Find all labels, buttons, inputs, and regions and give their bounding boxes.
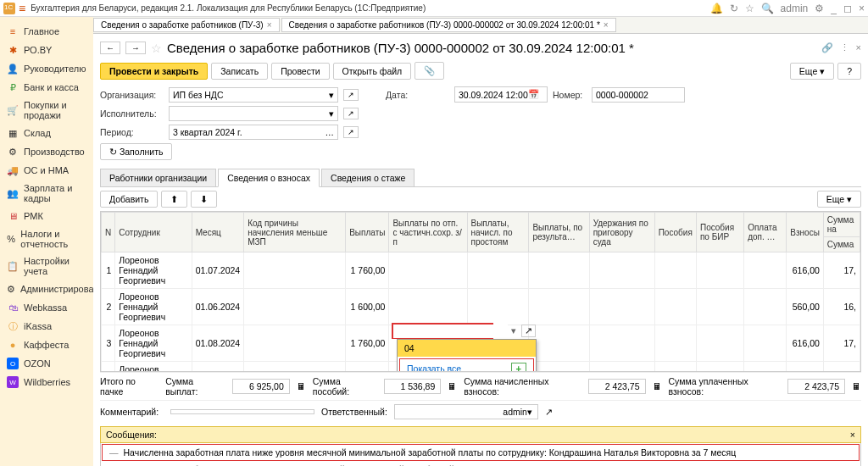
sidebar-item[interactable]: OOZON [0, 354, 93, 373]
open-ref-button[interactable]: ↗ [545, 407, 553, 417]
add-new-button[interactable]: + [511, 363, 526, 372]
help-button[interactable]: ? [837, 63, 861, 80]
table-row[interactable]: 2Лореонов Геннадий Георгиевич01.06.20241… [102, 289, 860, 325]
sidebar-item[interactable]: WWildberries [0, 373, 93, 391]
table-row[interactable]: 1Лореонов Геннадий Георгиевич01.07.20241… [102, 252, 860, 289]
col-vzn[interactable]: Взносы [787, 213, 824, 252]
minimize-icon[interactable]: _ [831, 3, 837, 14]
number-field[interactable]: 0000-000002 [592, 87, 685, 103]
sum-upl-field[interactable]: 2 423,75 [787, 379, 845, 394]
sidebar-item[interactable]: ✱РО.BY [0, 41, 93, 59]
dropdown-icon[interactable]: ▾ [508, 325, 520, 336]
close-doc-icon[interactable]: × [856, 42, 861, 53]
calc-icon[interactable]: 🖩 [297, 381, 306, 391]
tab-contributions[interactable]: Сведения о взносах [218, 169, 320, 187]
attach-button[interactable]: 📎 [415, 62, 444, 80]
tab-stazh[interactable]: Сведения о стаже [321, 169, 415, 186]
open-ref-icon[interactable]: ↗ [521, 325, 536, 337]
post-and-close-button[interactable]: Провести и закрыть [100, 63, 208, 80]
exec-field[interactable]: ▾ [169, 106, 338, 121]
data-table[interactable]: N Сотрудник Месяц Код причины начисления… [100, 211, 861, 372]
col-uder[interactable]: Удержания по приговору суда [589, 213, 654, 252]
sidebar-item[interactable]: %Налоги и отчетность [0, 225, 93, 252]
open-ref-button[interactable]: ↗ [343, 126, 359, 138]
tab-employees[interactable]: Работники организации [100, 169, 216, 186]
sidebar-item[interactable]: 🛒Покупки и продажи [0, 97, 93, 124]
sidebar-item[interactable]: ●Каффеста [0, 336, 93, 354]
settings-icon[interactable]: ⚙ [815, 3, 824, 14]
col-month[interactable]: Месяц [192, 213, 244, 252]
maximize-icon[interactable]: ◻ [843, 3, 852, 14]
comment-field[interactable] [170, 409, 314, 414]
col-posob[interactable]: Пособия [654, 213, 696, 252]
calc-icon[interactable]: 🖩 [852, 381, 861, 391]
period-field[interactable]: 3 квартал 2024 г.… [169, 125, 338, 140]
sidebar-item[interactable]: 🛍Webkassa [0, 298, 93, 317]
col-n[interactable]: N [102, 213, 115, 252]
sidebar-item[interactable]: ⚙Производство [0, 142, 93, 161]
col-posob-bir[interactable]: Пособия по БИР [696, 213, 743, 252]
history-icon[interactable]: ↻ [730, 3, 738, 14]
link-icon[interactable]: 🔗 [821, 42, 833, 53]
sidebar-item[interactable]: 👤Руководителю [0, 59, 93, 78]
forward-button[interactable]: → [125, 42, 146, 54]
open-ref-button[interactable]: ↗ [343, 108, 359, 119]
sidebar-item[interactable]: ▦Склад [0, 124, 93, 142]
favorite-icon[interactable]: ☆ [151, 42, 162, 55]
sum-posob-field[interactable]: 1 536,89 [384, 379, 442, 394]
tab-document[interactable]: Сведения о заработке работников (ПУ-3) 0… [281, 18, 616, 32]
col-reason[interactable]: Код причины начисления меньше МЗП [244, 213, 346, 252]
sidebar-item[interactable]: 👥Зарплата и кадры [0, 180, 93, 207]
dropdown-option[interactable]: 04 [398, 340, 536, 357]
open-ref-button[interactable]: ↗ [343, 89, 359, 101]
col-sum-na[interactable]: Сумма на [823, 213, 860, 237]
col-sum[interactable]: Сумма [823, 237, 860, 252]
user-label[interactable]: admin [781, 3, 809, 14]
resp-field[interactable]: admin▾ [394, 404, 538, 419]
reason-input[interactable] [393, 325, 508, 338]
tab-close-icon[interactable]: × [604, 20, 609, 30]
message-item[interactable]: —Начисленна заработная плата ниже уровня… [101, 462, 860, 466]
message-item[interactable]: —Начисленна заработная плата ниже уровня… [102, 444, 860, 461]
search-icon[interactable]: 🔍 [761, 3, 774, 14]
tab-list[interactable]: Сведения о заработке работников (ПУ-3)× [93, 18, 280, 32]
table-more-button[interactable]: Еще ▾ [817, 191, 861, 208]
col-pay[interactable]: Выплаты [346, 213, 389, 252]
col-employee[interactable]: Сотрудник [115, 213, 192, 252]
kebab-icon[interactable]: ⋮ [840, 42, 849, 53]
tab-close-icon[interactable]: × [267, 20, 272, 30]
sum-nach-field[interactable]: 2 423,75 [588, 379, 646, 394]
bell-icon[interactable]: 🔔 [710, 3, 723, 14]
move-down-button[interactable]: ⬇ [191, 191, 217, 208]
close-messages-icon[interactable]: × [850, 430, 855, 440]
sidebar-item[interactable]: 📋Настройки учета [0, 252, 93, 280]
back-button[interactable]: ← [100, 42, 120, 54]
move-up-button[interactable]: ⬆ [161, 191, 187, 208]
sidebar-item[interactable]: 🚚ОС и НМА [0, 161, 93, 180]
sidebar-item[interactable]: ₽Банк и касса [0, 78, 93, 97]
fill-button[interactable]: ↻ Заполнить [100, 143, 172, 160]
reason-cell-editor[interactable]: ▾ ↗ [392, 323, 493, 339]
date-field[interactable]: 30.09.2024 12:00 📅 [454, 86, 548, 103]
post-button[interactable]: Провести [271, 63, 329, 80]
sidebar-item[interactable]: 🖥РМК [0, 207, 93, 225]
menu-icon[interactable]: ≡ [19, 2, 25, 15]
open-file-button[interactable]: Открыть файл [333, 63, 412, 80]
calc-icon[interactable]: 🖩 [653, 381, 662, 391]
star-icon[interactable]: ☆ [745, 3, 754, 14]
sidebar-item[interactable]: ⓘiKassa [0, 317, 93, 336]
org-field[interactable]: ИП без НДС▾ [169, 87, 338, 103]
show-all-link[interactable]: Показать все [407, 363, 461, 372]
col-pay-prost[interactable]: Выплаты, начисл. по простоям [467, 213, 529, 252]
close-icon[interactable]: × [859, 3, 865, 14]
col-pay-ot[interactable]: Выплаты по отп. с частичн.сохр. з/п [389, 213, 467, 252]
sum-pay-field[interactable]: 6 925,00 [232, 379, 290, 394]
sidebar-item[interactable]: ⚙Администрирование [0, 280, 93, 298]
col-oplata[interactable]: Оплата доп. … [744, 213, 787, 252]
more-button[interactable]: Еще ▾ [790, 63, 834, 80]
col-pay-res[interactable]: Выплаты, по результа… [529, 213, 589, 252]
save-button[interactable]: Записать [211, 63, 268, 80]
add-row-button[interactable]: Добавить [100, 191, 158, 208]
calc-icon[interactable]: 🖩 [448, 381, 457, 391]
sidebar-item[interactable]: ≡Главное [0, 22, 93, 41]
